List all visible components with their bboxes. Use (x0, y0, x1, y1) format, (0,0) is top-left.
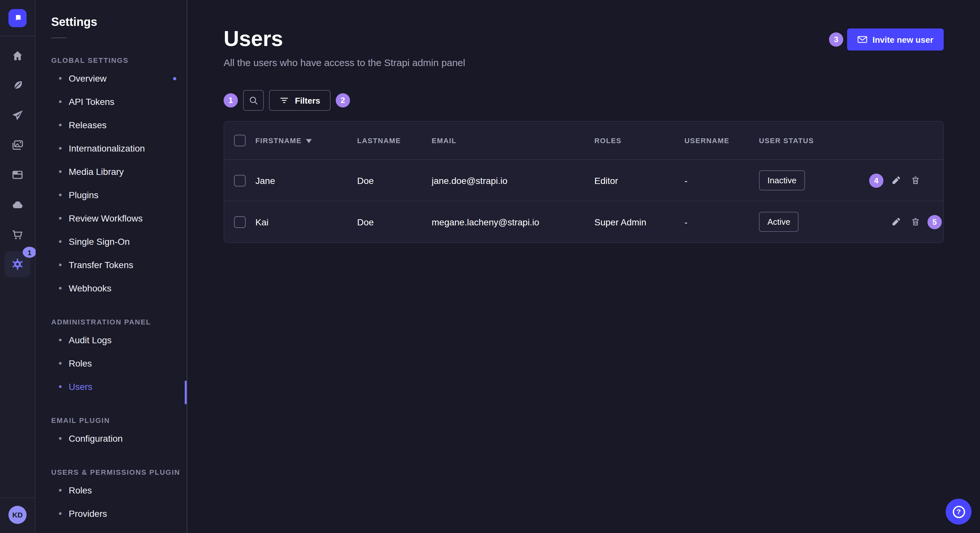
trash-icon (910, 176, 920, 185)
bullet-icon (59, 263, 62, 266)
sidebar-item-users[interactable]: Users (51, 375, 187, 398)
marketplace-cart-icon[interactable] (5, 222, 30, 247)
edit-user-button[interactable] (889, 215, 903, 229)
sidebar-item-webhooks[interactable]: Webhooks (51, 276, 187, 300)
users-table: FIRSTNAME LASTNAME EMAIL ROLES USERNAME (224, 121, 944, 243)
annotation-badge-3: 3 (829, 32, 843, 47)
pencil-icon (891, 176, 900, 185)
bullet-icon (59, 147, 62, 150)
cell-firstname: Jane (255, 175, 357, 186)
rail-nav-icons: 1 (5, 36, 30, 277)
global-settings-list: Overview API Tokens Releases Internation… (51, 67, 187, 300)
bullet-icon (59, 287, 62, 289)
sidebar-title: Settings (51, 16, 187, 29)
bullet-icon (59, 240, 62, 243)
sidebar-scrollbar-thumb[interactable] (185, 381, 187, 404)
bullet-icon (59, 362, 62, 365)
sidebar-item-review-workflows[interactable]: Review Workflows (51, 206, 187, 230)
column-header-username[interactable]: USERNAME (684, 136, 759, 144)
bullet-icon (59, 124, 62, 126)
media-library-icon[interactable] (5, 132, 30, 158)
table-row: Kai Doe megane.lacheny@strapi.io Super A… (224, 201, 943, 242)
help-button[interactable]: ? (946, 499, 972, 525)
page-header: Users All the users who have access to t… (224, 27, 944, 68)
page-title: Users (224, 27, 465, 51)
edit-user-button[interactable] (889, 173, 903, 187)
sidebar-item-transfer-tokens[interactable]: Transfer Tokens (51, 253, 187, 276)
bullet-icon (59, 100, 62, 103)
page-header-actions: 3 Invite new user (829, 29, 944, 51)
sidebar-item-audit-logs[interactable]: Audit Logs (51, 328, 187, 352)
column-header-user-status[interactable]: USER STATUS (759, 136, 869, 144)
home-icon[interactable] (5, 43, 30, 69)
bullet-icon (59, 512, 62, 515)
filters-button[interactable]: Filters (269, 90, 331, 111)
column-header-firstname[interactable]: FIRSTNAME (255, 136, 357, 144)
bullet-icon (59, 339, 62, 341)
column-header-lastname[interactable]: LASTNAME (357, 136, 432, 144)
content-type-builder-icon[interactable] (5, 73, 30, 98)
select-all-checkbox[interactable] (234, 135, 246, 146)
sidebar-item-admin-roles[interactable]: Roles (51, 352, 187, 375)
settings-gear-icon[interactable]: 1 (5, 251, 30, 277)
column-header-roles[interactable]: ROLES (594, 136, 684, 144)
bullet-icon (59, 437, 62, 440)
cell-lastname: Doe (357, 217, 432, 227)
cell-firstname: Kai (255, 217, 357, 227)
annotation-badge-1: 1 (224, 93, 238, 108)
section-header-users-permissions-plugin: USERS & PERMISSIONS PLUGIN (51, 468, 187, 476)
deploy-icon[interactable] (5, 102, 30, 128)
row-checkbox[interactable] (234, 216, 246, 228)
bullet-icon (59, 194, 62, 196)
sidebar-item-internationalization[interactable]: Internationalization (51, 136, 187, 160)
strapi-logo[interactable] (8, 9, 27, 27)
status-badge: Active (759, 212, 799, 232)
content-manager-icon[interactable] (5, 162, 30, 188)
delete-user-button[interactable] (908, 173, 922, 187)
settings-notification-badge: 1 (23, 247, 36, 258)
cell-email: megane.lacheny@strapi.io (432, 217, 594, 227)
page-header-text: Users All the users who have access to t… (224, 27, 465, 68)
annotation-badge-2: 2 (336, 93, 350, 108)
sidebar-item-up-roles[interactable]: Roles (51, 479, 187, 502)
invite-new-user-button[interactable]: Invite new user (847, 29, 944, 51)
user-avatar[interactable]: KD (8, 506, 27, 524)
sidebar-item-plugins[interactable]: Plugins (51, 183, 187, 206)
sidebar-item-providers[interactable]: Providers (51, 502, 187, 525)
rail-bottom: KD (0, 497, 35, 533)
delete-user-button[interactable] (908, 215, 922, 229)
sidebar-item-media-library[interactable]: Media Library (51, 160, 187, 183)
status-badge: Inactive (759, 170, 805, 190)
bullet-icon (59, 217, 62, 219)
bullet-icon (59, 77, 62, 80)
annotation-badge-5: 5 (928, 215, 942, 229)
sidebar-item-releases[interactable]: Releases (51, 113, 187, 136)
administration-panel-list: Audit Logs Roles Users (51, 328, 187, 398)
section-header-global-settings: GLOBAL SETTINGS (51, 56, 187, 64)
strapi-logo-icon (12, 13, 23, 23)
page-subtitle: All the users who have access to the Str… (224, 57, 465, 68)
trash-icon (910, 217, 920, 227)
sidebar-item-overview[interactable]: Overview (51, 67, 187, 90)
settings-sidebar: Settings GLOBAL SETTINGS Overview API To… (36, 0, 187, 533)
email-plugin-list: Configuration (51, 427, 187, 450)
section-header-administration-panel: ADMINISTRATION PANEL (51, 318, 187, 326)
cell-username: - (684, 217, 759, 227)
sidebar-item-configuration[interactable]: Configuration (51, 427, 187, 450)
sidebar-item-api-tokens[interactable]: API Tokens (51, 90, 187, 113)
bullet-icon (59, 170, 62, 173)
filter-icon (279, 97, 289, 104)
sidebar-item-single-sign-on[interactable]: Single Sign-On (51, 230, 187, 253)
question-mark-icon: ? (953, 506, 965, 518)
list-toolbar: 1 Filters 2 (224, 90, 944, 111)
search-button[interactable] (243, 90, 264, 111)
cloud-icon[interactable] (5, 192, 30, 217)
overview-notification-dot (173, 77, 176, 80)
cell-roles: Super Admin (594, 217, 684, 227)
cell-lastname: Doe (357, 175, 432, 186)
annotation-badge-4: 4 (869, 173, 883, 187)
row-checkbox[interactable] (234, 174, 246, 186)
column-header-email[interactable]: EMAIL (432, 136, 594, 144)
table-header-row: FIRSTNAME LASTNAME EMAIL ROLES USERNAME (224, 122, 943, 159)
nav-rail: 1 KD (0, 0, 36, 533)
